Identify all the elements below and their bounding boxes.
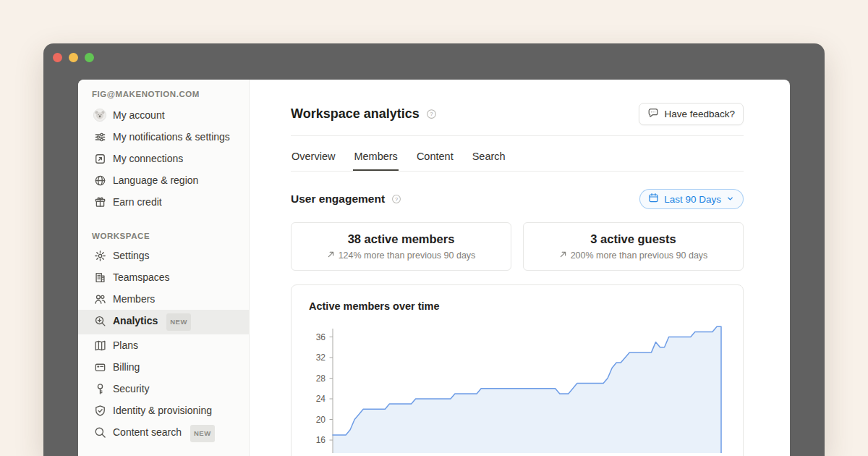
svg-text:16: 16 (316, 435, 326, 445)
people-icon (93, 292, 106, 305)
sidebar-item-label: Language & region (113, 173, 198, 187)
stat-card-38-active-members: 38 active members 124% more than previou… (291, 222, 511, 271)
sidebar-item-content-search[interactable]: Content searchNEW (78, 421, 249, 446)
settings-panel: FIG@MAKENOTION.COM My accountMy notifica… (78, 80, 790, 456)
help-icon[interactable]: ? (391, 194, 401, 204)
window-controls (53, 53, 94, 62)
chat-bubble-icon (647, 107, 659, 121)
tab-content[interactable]: Content (416, 144, 454, 171)
stats-row: 38 active members 124% more than previou… (291, 222, 744, 271)
sidebar-item-members[interactable]: Members (78, 288, 249, 310)
key-icon (93, 382, 106, 395)
tab-search[interactable]: Search (472, 144, 506, 171)
svg-text:24: 24 (316, 394, 326, 404)
stat-trend: 124% more than previous 90 days (299, 250, 503, 261)
sidebar-item-security[interactable]: Security (78, 378, 249, 400)
sidebar-item-settings[interactable]: Settings (78, 245, 249, 266)
sidebar-item-language-region[interactable]: Language & region (78, 169, 249, 191)
page-header: Workspace analytics ? Have feedback? (291, 104, 744, 124)
gift-icon (93, 195, 106, 208)
app-window: FIG@MAKENOTION.COM My accountMy notifica… (43, 43, 825, 456)
page-title: Workspace analytics (291, 106, 420, 122)
svg-text:32: 32 (316, 352, 326, 363)
new-badge: NEW (190, 425, 215, 442)
map-icon (93, 339, 106, 352)
sidebar-item-billing[interactable]: Billing (78, 356, 249, 378)
sidebar-item-label: Identity & provisioning (113, 403, 212, 418)
account-email-label: FIG@MAKENOTION.COM (78, 88, 249, 100)
sidebar-item-label: Earn credit (113, 195, 162, 209)
shield-check-icon (93, 404, 106, 417)
zoom-button[interactable] (85, 53, 94, 62)
sidebar-item-label: Content search (113, 425, 182, 439)
sidebar-item-label: Settings (113, 248, 150, 263)
stat-card-3-active-guests: 3 active guests 200% more than previous … (523, 222, 744, 271)
svg-text:28: 28 (316, 373, 326, 384)
svg-text:20: 20 (316, 415, 326, 425)
sidebar-item-earn-credit[interactable]: Earn credit (78, 191, 249, 213)
sliders-icon (93, 130, 106, 143)
sidebar-item-label: Teamspaces (113, 270, 170, 284)
globe-icon (93, 174, 106, 187)
help-icon[interactable]: ? (426, 109, 437, 119)
sidebar-item-label: My account (113, 108, 165, 122)
sidebar-item-label: Analytics (113, 313, 158, 328)
gear-icon (93, 249, 106, 262)
avatar-icon (93, 109, 106, 122)
magnifier-icon (93, 426, 106, 439)
sidebar-item-plans[interactable]: Plans (78, 334, 249, 356)
settings-sidebar: FIG@MAKENOTION.COM My accountMy notifica… (78, 80, 250, 456)
stat-value: 3 active guests (531, 232, 736, 246)
sidebar-item-my-connections[interactable]: My connections (78, 148, 249, 169)
sidebar-item-analytics[interactable]: AnalyticsNEW (78, 310, 249, 334)
sidebar-item-label: My connections (113, 151, 183, 166)
sidebar-item-label: Plans (113, 338, 138, 352)
minimize-button[interactable] (69, 53, 78, 62)
sidebar-item-my-notifications-settings[interactable]: My notifications & settings (78, 126, 249, 148)
have-feedback-label: Have feedback? (664, 109, 735, 119)
svg-text:?: ? (395, 196, 398, 203)
close-button[interactable] (53, 53, 62, 62)
active-members-chart: 162024283236 (309, 323, 726, 453)
engagement-title: User engagement (291, 193, 385, 206)
stat-trend-text: 124% more than previous 90 days (339, 250, 476, 261)
tab-members[interactable]: Members (353, 144, 398, 171)
account-nav: My accountMy notifications & settingsMy … (78, 104, 249, 213)
stat-trend: 200% more than previous 90 days (531, 250, 736, 261)
building-icon (93, 271, 106, 284)
engagement-header: User engagement ? Last 90 Days (291, 188, 744, 210)
have-feedback-button[interactable]: Have feedback? (639, 103, 744, 125)
sidebar-item-label: Members (113, 292, 155, 306)
sidebar-item-label: Billing (113, 360, 140, 374)
chart-title: Active members over time (309, 300, 726, 312)
magnifier-plus-icon (93, 314, 106, 327)
workspace-nav: SettingsTeamspacesMembersAnalyticsNEWPla… (78, 245, 249, 446)
analytics-tabs: OverviewMembersContentSearch (291, 144, 744, 172)
sidebar-item-label: My notifications & settings (113, 130, 230, 144)
date-range-selector[interactable]: Last 90 Days (639, 189, 744, 209)
chart-card: Active members over time 162024283236 (291, 284, 744, 456)
date-range-label: Last 90 Days (664, 194, 721, 205)
svg-text:?: ? (430, 111, 433, 117)
main-content: Workspace analytics ? Have feedback? Ove… (250, 80, 790, 456)
header-divider (291, 135, 744, 136)
sidebar-item-identity-provisioning[interactable]: Identity & provisioning (78, 400, 249, 421)
calendar-icon (648, 193, 659, 206)
tab-overview[interactable]: Overview (291, 144, 336, 171)
workspace-section-label: WORKSPACE (78, 230, 249, 242)
stat-trend-text: 200% more than previous 90 days (571, 250, 708, 261)
chevron-down-icon (726, 194, 734, 205)
arrow-square-icon (93, 152, 106, 165)
svg-text:36: 36 (316, 332, 326, 342)
sidebar-item-my-account[interactable]: My account (78, 104, 249, 126)
trend-up-icon (559, 250, 567, 261)
sidebar-item-teamspaces[interactable]: Teamspaces (78, 266, 249, 288)
stat-value: 38 active members (299, 232, 503, 246)
trend-up-icon (327, 250, 335, 261)
new-badge: NEW (166, 313, 191, 331)
credit-card-icon (93, 360, 106, 373)
sidebar-item-label: Security (113, 381, 150, 396)
